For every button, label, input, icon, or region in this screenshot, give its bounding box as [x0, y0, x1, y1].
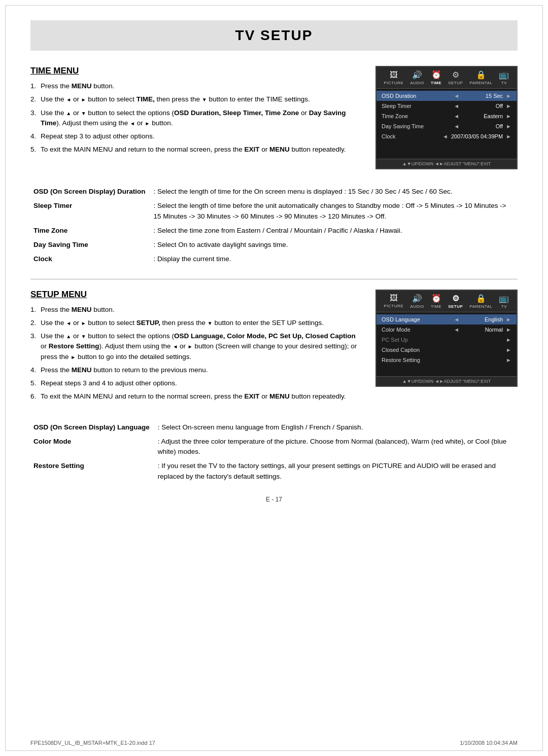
audio-label: AUDIO: [410, 81, 424, 85]
time-menu-ui: 🖼 PICTURE 🔊 AUDIO ⏰ TIME ⚙ SETUP: [375, 66, 518, 169]
time-menu-section: TIME MENU Press the MENU button. Use the…: [30, 66, 518, 169]
step-4: Repeat step 3 to adjust other options.: [30, 131, 360, 141]
setup-menu-row-restore: Restore Setting ►: [376, 355, 517, 365]
time-menu-icons-row: 🖼 PICTURE 🔊 AUDIO ⏰ TIME ⚙ SETUP: [376, 67, 517, 89]
menu-row-sleep-timer: Sleep Timer ◄ Off ►: [376, 101, 517, 111]
time-menu-steps: Press the MENU button. Use the or button…: [30, 81, 360, 155]
setup-menu-icon-time: ⏰ TIME: [431, 294, 441, 309]
s-setup-label: SETUP: [448, 304, 463, 309]
tv-icon: 📺: [499, 70, 509, 80]
setup-icon: ⚙: [452, 70, 459, 80]
footer-right: 1/10/2008 10:04:34 AM: [460, 740, 518, 746]
setup-menu-row-pc-setup: PC Set Up ►: [376, 335, 517, 345]
menu-icon-time: ⏰ TIME: [431, 70, 441, 85]
menu-icon-tv: 📺 TV: [499, 70, 509, 85]
setup-menu-icon-tv: 📺 TV: [499, 294, 509, 309]
setup-menu-section: SETUP MENU Press the MENU button. Use th…: [30, 290, 518, 405]
s-picture-label: PICTURE: [384, 304, 404, 308]
step-5: To exit the MAIN MENU and return to the …: [30, 145, 360, 155]
setup-step-1: Press the MENU button.: [30, 305, 360, 315]
s-time-label: TIME: [431, 304, 441, 309]
setup-step-4: Press the MENU button to return to the p…: [30, 365, 360, 375]
setup-menu-icons-row: 🖼 PICTURE 🔊 AUDIO ⏰ TIME ⚙ SETUP: [376, 291, 517, 312]
time-icon: ⏰: [431, 70, 441, 80]
desc-osd-duration: OSD (On Screen Display) Duration : Selec…: [30, 185, 518, 199]
time-menu-footer: ▲▼UP/DOWN ◄►ADJUST "MENU":EXIT: [376, 159, 517, 168]
setup-menu-steps: Press the MENU button. Use the or button…: [30, 305, 360, 402]
step-1: Press the MENU button.: [30, 81, 360, 91]
s-picture-icon: 🖼: [390, 294, 398, 303]
section-divider: [30, 279, 518, 279]
s-tv-icon: 📺: [499, 294, 509, 303]
desc-clock: Clock : Display the current time.: [30, 252, 518, 266]
tv-label: TV: [501, 81, 507, 85]
menu-row-day-saving: Day Saving Time ◄ Off ►: [376, 121, 517, 131]
desc-restore-setting: Restore Setting : If you reset the TV to…: [30, 459, 518, 484]
parental-label: PARENTAL: [469, 81, 492, 85]
s-parental-icon: 🔒: [476, 294, 486, 303]
s-parental-label: PARENTAL: [469, 304, 492, 309]
setup-step-3: Use the or button to select the options …: [30, 331, 360, 362]
picture-icon: 🖼: [390, 70, 398, 80]
page-number: E - 17: [30, 496, 518, 503]
setup-menu-display: 🖼 PICTURE 🔊 AUDIO ⏰ TIME ⚙ SETUP: [375, 290, 518, 387]
setup-step-2: Use the or button to select SETUP, then …: [30, 318, 360, 328]
desc-sleep-timer: Sleep Timer : Select the length of time …: [30, 199, 518, 224]
setup-menu-icon-audio: 🔊 AUDIO: [410, 294, 424, 309]
setup-step-6: To exit the MAIN MENU and return to the …: [30, 391, 360, 402]
s-audio-icon: 🔊: [412, 294, 422, 303]
setup-label: SETUP: [448, 81, 463, 85]
setup-step-5: Repeat steps 3 and 4 to adjust other opt…: [30, 378, 360, 388]
menu-row-osd-duration: OSD Duration ◄ 15 Sec ►: [376, 91, 517, 101]
time-menu-heading: TIME MENU: [30, 66, 360, 76]
footer-left: FPE1508DV_UL_IB_MSTAR+MTK_E1-20.indd 17: [30, 740, 155, 746]
setup-menu-footer: ▲▼UP/DOWN ◄►ADJUST "MENU":EXIT: [376, 376, 517, 386]
time-label: TIME: [431, 81, 441, 85]
setup-menu-ui: 🖼 PICTURE 🔊 AUDIO ⏰ TIME ⚙ SETUP: [375, 290, 518, 405]
setup-menu-row-color-mode: Color Mode ◄ Normal ►: [376, 325, 517, 335]
setup-menu-icon-picture: 🖼 PICTURE: [384, 294, 404, 308]
setup-menu-icon-parental: 🔒 PARENTAL: [469, 294, 492, 309]
s-setup-icon: ⚙: [452, 294, 459, 303]
s-tv-label: TV: [501, 304, 507, 309]
setup-menu-rows: OSD Language ◄ English ► Color Mode ◄ No…: [376, 312, 517, 376]
setup-menu-row-closed-caption: Closed Caption ►: [376, 345, 517, 355]
desc-color-mode: Color Mode : Adjust the three color temp…: [30, 435, 518, 459]
time-menu-rows: OSD Duration ◄ 15 Sec ► Sleep Timer ◄ Of…: [376, 89, 517, 159]
page-footer: FPE1508DV_UL_IB_MSTAR+MTK_E1-20.indd 17 …: [30, 740, 518, 746]
s-time-icon: ⏰: [431, 294, 441, 303]
setup-menu-row-osd-lang: OSD Language ◄ English ►: [376, 314, 517, 325]
menu-icon-audio: 🔊 AUDIO: [410, 70, 424, 85]
setup-menu-heading: SETUP MENU: [30, 290, 360, 300]
setup-menu-text: SETUP MENU Press the MENU button. Use th…: [30, 290, 360, 405]
setup-menu-icon-setup: ⚙ SETUP: [448, 294, 463, 309]
setup-menu-descriptions: OSD (On Screen Display) Language : Selec…: [30, 420, 518, 484]
page-title: TV SETUP: [30, 20, 518, 51]
menu-row-clock: Clock ◄ 2007/03/05 04:39PM ►: [376, 131, 517, 141]
audio-icon: 🔊: [412, 70, 422, 80]
time-menu-descriptions: OSD (On Screen Display) Duration : Selec…: [30, 185, 518, 267]
desc-osd-lang: OSD (On Screen Display) Language : Selec…: [30, 420, 518, 435]
menu-icon-setup: ⚙ SETUP: [448, 70, 463, 85]
step-3: Use the or button to select the options …: [30, 108, 360, 129]
menu-icon-picture: 🖼 PICTURE: [384, 70, 404, 85]
desc-day-saving: Day Saving Time : Select On to activate …: [30, 238, 518, 252]
menu-row-time-zone: Time Zone ◄ Eastern ►: [376, 111, 517, 121]
picture-label: PICTURE: [384, 81, 404, 85]
s-audio-label: AUDIO: [410, 304, 424, 309]
parental-icon: 🔒: [476, 70, 486, 80]
time-menu-text: TIME MENU Press the MENU button. Use the…: [30, 66, 360, 169]
step-2: Use the or button to select TIME, then p…: [30, 94, 360, 104]
desc-time-zone: Time Zone : Select the time zone from Ea…: [30, 224, 518, 238]
time-menu-display: 🖼 PICTURE 🔊 AUDIO ⏰ TIME ⚙ SETUP: [375, 66, 518, 169]
menu-icon-parental: 🔒 PARENTAL: [469, 70, 492, 85]
